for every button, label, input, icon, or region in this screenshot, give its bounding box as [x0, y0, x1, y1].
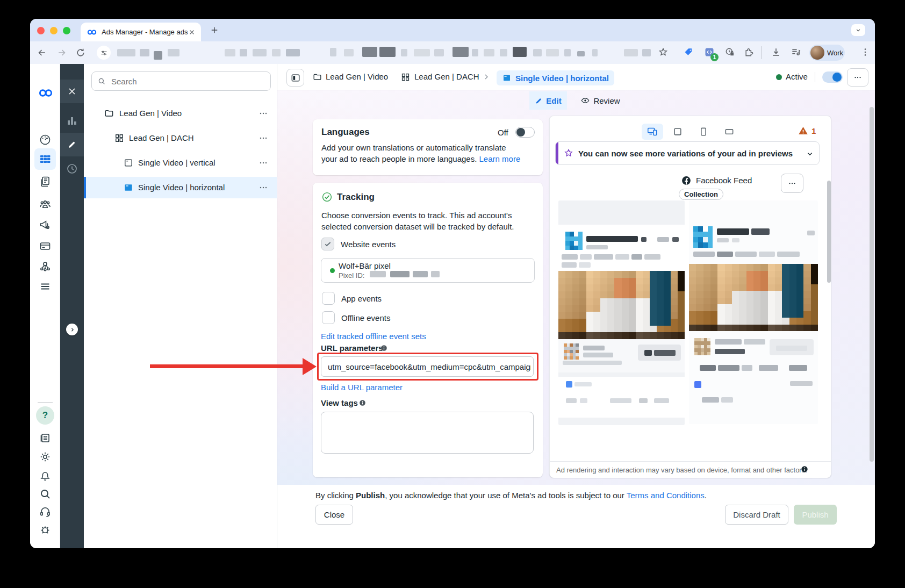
- languages-toggle[interactable]: [515, 127, 535, 138]
- window-minimize-button[interactable]: [50, 27, 58, 34]
- redacted-block: [751, 228, 770, 235]
- tab-review[interactable]: Review: [577, 91, 623, 110]
- offline-events-checkbox[interactable]: [322, 311, 335, 324]
- preview-scrollbar[interactable]: [827, 181, 831, 283]
- window-zoom-button[interactable]: [63, 27, 70, 34]
- variations-banner[interactable]: You can now see more variations of your …: [555, 141, 820, 165]
- search-input[interactable]: [110, 76, 261, 87]
- format-all-devices-button[interactable]: [642, 124, 663, 140]
- format-portrait-button[interactable]: [693, 124, 714, 140]
- redacted-block: [566, 381, 572, 388]
- advertise-megaphone-icon[interactable]: [39, 218, 52, 231]
- selected-indicator: [84, 177, 86, 198]
- build-url-parameter-link[interactable]: Build a URL parameter: [321, 383, 403, 392]
- bug-report-icon[interactable]: [39, 523, 52, 536]
- toggle-sidebar-button[interactable]: [286, 69, 304, 87]
- website-events-checkbox[interactable]: [321, 238, 334, 250]
- campaigns-table-icon[interactable]: [39, 153, 52, 166]
- expand-panel-button[interactable]: [66, 324, 78, 335]
- app-events-checkbox[interactable]: [322, 292, 335, 305]
- new-tab-button[interactable]: [210, 25, 219, 35]
- extension-badge: 1: [710, 53, 719, 61]
- active-toggle[interactable]: [822, 71, 843, 83]
- tree-item-adset[interactable]: Lead Gen | DACH: [84, 127, 277, 149]
- edit-offline-events-link[interactable]: Edit tracked offline event sets: [321, 332, 426, 341]
- forward-icon[interactable]: [56, 47, 67, 58]
- business-assets-icon[interactable]: [39, 260, 52, 273]
- more-options-icon[interactable]: [258, 182, 269, 193]
- back-icon[interactable]: [37, 47, 47, 58]
- ads-reporting-icon[interactable]: [39, 133, 52, 146]
- tag-extension-icon[interactable]: [684, 47, 694, 58]
- browser-menu-icon[interactable]: [860, 47, 871, 58]
- warning-triangle-icon[interactable]: [798, 125, 809, 137]
- more-options-icon[interactable]: [258, 108, 269, 119]
- reload-icon[interactable]: [75, 47, 86, 58]
- chevron-down-icon[interactable]: [805, 149, 815, 159]
- notifications-bell-icon[interactable]: [39, 469, 52, 482]
- tree-item-ad-vertical[interactable]: Single Video | vertical: [84, 152, 277, 174]
- tree-search[interactable]: [91, 71, 271, 91]
- view-tags-textarea[interactable]: [321, 412, 534, 454]
- all-tools-menu-icon[interactable]: [39, 280, 52, 293]
- terms-link[interactable]: Terms and Conditions: [627, 491, 705, 500]
- settings-gear-icon[interactable]: [39, 450, 52, 463]
- pixel-name: Wolf+Bär pixel: [339, 261, 391, 270]
- ad-preview-mock-right: [689, 200, 818, 424]
- publish-button[interactable]: Publish: [794, 505, 837, 525]
- more-options-icon[interactable]: [258, 157, 269, 168]
- reports-docs-icon[interactable]: [39, 175, 52, 188]
- breadcrumb-adset[interactable]: Lead Gen | DACH: [414, 72, 479, 81]
- discard-draft-button[interactable]: Discard Draft: [725, 505, 788, 525]
- facebook-icon: [681, 175, 692, 186]
- tree-item-ad-horizontal-selected[interactable]: Single Video | horizontal: [84, 177, 277, 198]
- tab-search-button[interactable]: [851, 24, 865, 36]
- support-headset-icon[interactable]: [39, 505, 52, 518]
- downloads-icon[interactable]: [771, 47, 781, 58]
- info-icon[interactable]: [800, 465, 809, 474]
- preview-disclaimer-bar: Ad rendering and interaction may vary ba…: [550, 461, 831, 478]
- bookmark-star-icon[interactable]: [658, 47, 669, 58]
- info-icon[interactable]: [380, 344, 388, 352]
- reading-list-icon[interactable]: [791, 47, 801, 58]
- charts-icon[interactable]: [66, 114, 78, 127]
- main-scrollbar[interactable]: [870, 107, 874, 462]
- redacted-block: [580, 254, 592, 260]
- redacted-block: [715, 339, 742, 345]
- profile-chip[interactable]: Work: [809, 45, 845, 61]
- more-options-icon[interactable]: [258, 133, 269, 144]
- site-settings-button[interactable]: [97, 46, 111, 60]
- languages-card: Languages Off Add your own translations …: [313, 119, 543, 175]
- info-icon[interactable]: [358, 399, 367, 407]
- preview-more-button[interactable]: [781, 174, 803, 193]
- redacted-block: [715, 349, 745, 354]
- help-button[interactable]: ?: [36, 406, 54, 425]
- close-button[interactable]: Close: [315, 505, 353, 525]
- search-icon[interactable]: [39, 487, 52, 500]
- format-square-button[interactable]: [667, 124, 688, 140]
- url-parameters-input[interactable]: [321, 356, 534, 377]
- learn-more-link[interactable]: Learn more: [479, 154, 521, 163]
- breadcrumb-ad-selected[interactable]: Single Video | horizontal: [497, 70, 614, 85]
- whats-new-icon[interactable]: [39, 432, 52, 444]
- tab-edit[interactable]: Edit: [529, 91, 567, 110]
- redacted-block: [654, 398, 669, 403]
- header-more-button[interactable]: [847, 68, 868, 87]
- edit-mode-button[interactable]: [60, 133, 84, 156]
- banner-accent-bar: [556, 142, 558, 165]
- billing-card-icon[interactable]: [39, 240, 52, 253]
- tree-item-campaign[interactable]: Lead Gen | Video: [84, 103, 277, 124]
- audiences-icon[interactable]: [39, 198, 52, 211]
- extensions-puzzle-icon[interactable]: [744, 47, 755, 58]
- redacted-block: [500, 49, 507, 56]
- languages-description: Add your own translations or automatical…: [321, 142, 522, 164]
- format-landscape-button[interactable]: [719, 124, 740, 140]
- redacted-block: [702, 397, 719, 403]
- meta-logo-icon[interactable]: [39, 89, 53, 97]
- window-close-button[interactable]: [37, 27, 45, 34]
- time-lock-extension-icon[interactable]: [724, 47, 735, 58]
- browser-tab[interactable]: Ads Manager - Manage ads -: [81, 23, 201, 41]
- tab-close-icon[interactable]: [188, 28, 196, 36]
- close-panel-button[interactable]: [60, 80, 84, 103]
- history-clock-icon[interactable]: [66, 162, 78, 175]
